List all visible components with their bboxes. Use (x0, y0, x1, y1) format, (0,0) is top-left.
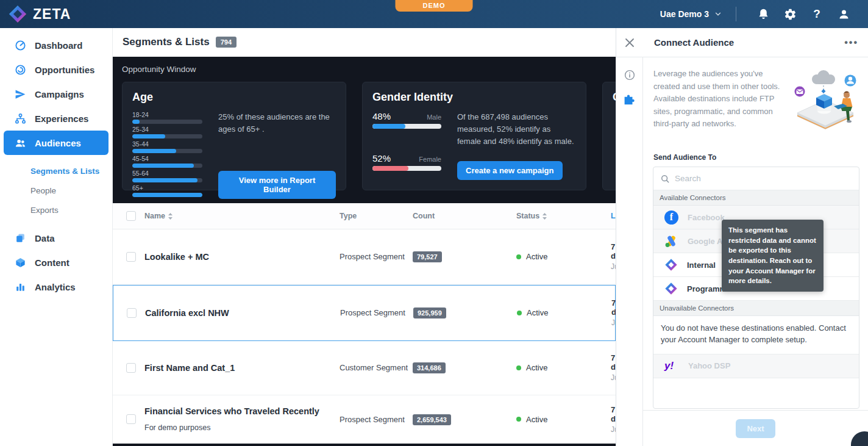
sidebar-item-data[interactable]: Data (4, 226, 108, 250)
table-row[interactable]: First Name and Cat_1 Customer Segment 31… (113, 341, 616, 395)
target-swirl-icon (15, 64, 26, 76)
count-badge: 79,527 (413, 251, 442, 262)
gender-bar-chart: 48%Male 52%Female (372, 111, 441, 180)
notifications-button[interactable] (750, 8, 777, 21)
sidebar-nav: Dashboard Opportunities Campaigns Exp (0, 28, 113, 446)
facebook-icon: f (664, 210, 678, 225)
status-dot (516, 417, 521, 422)
column-header-type[interactable]: Type (340, 212, 413, 220)
help-button[interactable]: ? (803, 7, 830, 21)
table-row[interactable]: Financial Services who Traveled Recently… (113, 395, 616, 444)
demo-ribbon: DEMO (396, 0, 473, 12)
stacked-pages-icon (15, 232, 26, 244)
sidebar-item-label: Audiences (35, 138, 81, 148)
info-tab[interactable] (624, 70, 635, 81)
clipped-card: C (602, 82, 616, 190)
row-checkbox[interactable] (126, 414, 136, 424)
sidebar-item-label: Dashboard (35, 40, 82, 51)
age-note: 25% of these audiences are the ages of 6… (218, 111, 336, 135)
next-button[interactable]: Next (736, 419, 775, 438)
segment-type: Prospect Segment (340, 252, 413, 261)
segment-count-badge: 794 (216, 37, 237, 48)
status-label: Active (526, 363, 547, 372)
opportunity-window-title: Opportunity Window (122, 65, 616, 74)
sidebar-subitem-exports[interactable]: Exports (0, 200, 112, 220)
google-ads-icon (664, 234, 678, 248)
age-card: Age 18-24 25-34 35-44 45-54 55-64 65+ (122, 82, 346, 190)
segment-type: Customer Segment (340, 363, 413, 372)
bottom-dark-strip (113, 444, 616, 446)
search-icon (661, 174, 669, 183)
settings-button[interactable] (777, 8, 803, 21)
status-label: Active (527, 308, 548, 317)
zeta-diamond-icon (664, 258, 678, 272)
sort-icon (542, 213, 547, 220)
opportunity-window-section: Opportunity Window Age 18-24 25-34 35-44… (113, 57, 616, 204)
connect-audience-panel: Connect Audience ••• (616, 28, 868, 446)
page-title: Segments & Lists (123, 36, 210, 48)
sidebar-item-content[interactable]: Content (4, 250, 108, 275)
zeta-brand[interactable]: ZETA (0, 4, 71, 24)
connector-search-input[interactable] (675, 174, 852, 183)
sidebar-subitem-segments-lists[interactable]: Segments & Lists (0, 161, 112, 181)
connect-audience-illustration (789, 68, 862, 140)
status-label: Active (526, 415, 547, 424)
select-all-checkbox[interactable] (126, 211, 136, 221)
report-builder-button[interactable]: View more in Report Builder (218, 171, 336, 199)
create-campaign-button[interactable]: Create a new campaign (457, 161, 563, 180)
gender-card-title: Gender Identity (372, 91, 576, 104)
last-modified-cell: 7 dJu (611, 298, 616, 327)
sidebar-item-opportunities[interactable]: Opportunities (4, 57, 108, 82)
panel-description: Leverage the audiences you've created an… (653, 68, 786, 140)
sidebar-item-label: Campaigns (35, 89, 84, 99)
row-checkbox[interactable] (126, 252, 136, 262)
question-icon: ? (813, 7, 820, 21)
table-row[interactable]: Lookalike + MC Prospect Segment 79,527 A… (113, 229, 616, 284)
close-icon[interactable] (625, 38, 635, 48)
account-label: Uae Demo 3 (660, 9, 709, 19)
count-badge: 314,686 (413, 362, 446, 373)
bar-chart-icon (15, 281, 26, 293)
app-screen: ZETA DEMO Uae Demo 3 ? (0, 0, 868, 446)
age-card-title: Age (132, 91, 336, 104)
gender-card: Gender Identity 48%Male 52%Female Of the… (362, 82, 586, 190)
status-label: Active (526, 252, 547, 261)
column-header-last-modified[interactable]: La (611, 212, 616, 220)
info-icon (624, 70, 635, 81)
sidebar-item-experiences[interactable]: Experiences (4, 106, 108, 131)
sidebar-subitem-people[interactable]: People (0, 181, 112, 200)
row-checkbox[interactable] (126, 363, 136, 373)
sort-icon (168, 213, 173, 220)
account-switcher[interactable]: Uae Demo 3 (660, 9, 722, 19)
sidebar-item-label: Analytics (35, 282, 76, 292)
segment-type: Prospect Segment (340, 308, 413, 317)
column-header-name[interactable]: Name (144, 212, 340, 220)
sidebar-item-label: Opportunities (35, 65, 94, 75)
last-modified-cell: 7 dJu (611, 353, 616, 382)
column-header-count[interactable]: Count (413, 212, 516, 220)
connector-yahoo-dsp: y! Yahoo DSP (653, 354, 859, 378)
table-header: Name Type Count Status La (113, 203, 616, 229)
brand-text: ZETA (33, 6, 71, 23)
sidebar-item-analytics[interactable]: Analytics (4, 275, 108, 299)
sidebar-item-audiences[interactable]: Audiences (4, 131, 108, 155)
gender-note: Of the 687,498 audiences measured, 52% i… (457, 111, 576, 148)
column-header-status[interactable]: Status (516, 212, 611, 220)
sidebar-item-campaigns[interactable]: Campaigns (4, 82, 108, 106)
sidebar-item-dashboard[interactable]: Dashboard (4, 33, 108, 57)
person-icon (838, 8, 850, 21)
yahoo-icon: y! (664, 360, 679, 372)
age-bar-chart: 18-24 25-34 35-44 45-54 55-64 65+ (132, 111, 202, 199)
table-row-selected[interactable]: California excl NHW Prospect Segment 925… (113, 285, 616, 341)
row-checkbox[interactable] (127, 308, 137, 318)
segment-name: First Name and Cat_1 (144, 363, 340, 373)
status-dot (516, 365, 521, 370)
connectors-tab[interactable] (624, 94, 636, 106)
status-dot (516, 254, 521, 259)
restricted-data-tooltip: This segment has restricted data and can… (722, 220, 824, 292)
profile-button[interactable] (830, 8, 857, 21)
zeta-logo-icon (8, 4, 27, 24)
panel-menu-button[interactable]: ••• (844, 37, 868, 48)
status-dot (517, 311, 522, 315)
puzzle-icon (624, 94, 636, 106)
